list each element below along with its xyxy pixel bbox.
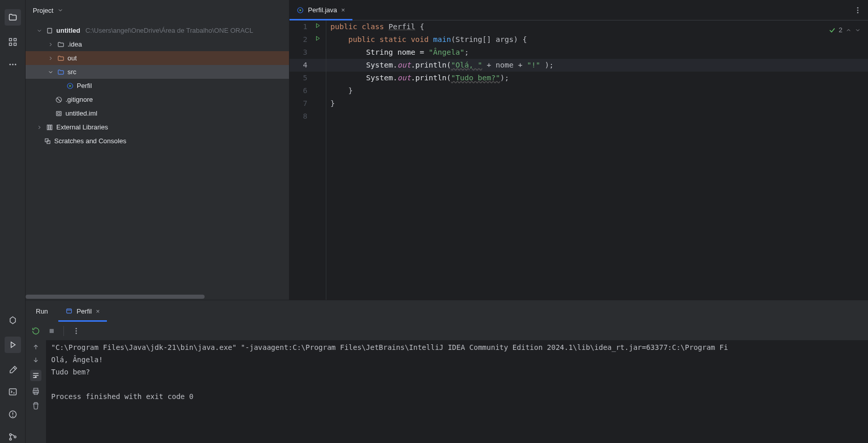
terminal-toolwindow-button[interactable] [7, 386, 19, 398]
code-area[interactable]: public class Perfil { public static void… [326, 20, 868, 300]
svg-rect-24 [51, 125, 52, 129]
clear-console-button[interactable] [32, 402, 40, 410]
tree-file-gitignore[interactable]: .gitignore [26, 93, 289, 106]
svg-marker-8 [11, 342, 15, 348]
tree-external-libraries[interactable]: External Libraries [26, 120, 289, 134]
tree-folder-out[interactable]: out [26, 51, 289, 65]
chevron-right-icon[interactable] [47, 55, 54, 61]
code-line-1[interactable]: public class Perfil { [326, 20, 868, 33]
console-line: Olá, Ângela! [51, 356, 103, 364]
tree-item-label: External Libraries [56, 123, 108, 131]
run-toolwindow-button[interactable] [5, 337, 21, 353]
gutter-line-6[interactable]: 6 [290, 84, 326, 97]
tree-folder-idea[interactable]: .idea [26, 37, 289, 51]
run-panel-title: Run [32, 300, 52, 322]
svg-marker-17 [70, 84, 72, 87]
chevron-down-icon[interactable] [855, 27, 861, 33]
module-icon [45, 27, 54, 34]
folder-excluded-icon [56, 55, 65, 62]
tree-folder-src[interactable]: src [26, 65, 289, 79]
svg-rect-36 [50, 329, 54, 333]
svg-rect-3 [14, 43, 16, 46]
more-vert-icon[interactable] [854, 6, 862, 14]
ignore-file-icon [54, 96, 63, 103]
chevron-right-icon[interactable] [36, 124, 43, 130]
chevron-down-icon[interactable] [47, 69, 54, 75]
project-panel-header[interactable]: Project [26, 0, 289, 20]
svg-marker-7 [10, 317, 15, 324]
folder-icon [56, 41, 65, 48]
gutter-line-2[interactable]: 2 [290, 33, 326, 46]
problems-toolwindow-button[interactable] [7, 408, 19, 420]
code-line-5[interactable]: System.out.println("Tudo bem?"); [326, 72, 868, 84]
svg-marker-33 [317, 36, 320, 40]
java-class-runnable-icon [297, 7, 304, 14]
project-tree[interactable]: untitled C:\Users\angel\OneDrive\Área de… [26, 20, 289, 294]
build-toolwindow-button[interactable] [7, 363, 19, 375]
scroll-down-button[interactable] [32, 357, 39, 364]
run-tab-perfil[interactable]: Perfil × [58, 300, 107, 322]
structure-toolwindow-button[interactable] [7, 36, 19, 48]
rerun-button[interactable] [32, 327, 40, 335]
scratches-icon [43, 138, 52, 145]
editor-gutter[interactable]: 1 2 3 4 5 6 7 8 [290, 20, 326, 300]
close-tab-icon[interactable]: × [96, 307, 100, 315]
editor-tab-label: Perfil.java [308, 6, 337, 14]
project-toolwindow-button[interactable] [5, 9, 21, 26]
run-body: "C:\Program Files\Java\jdk-21\bin\java.e… [26, 340, 868, 443]
svg-point-29 [857, 7, 859, 9]
svg-point-12 [9, 434, 11, 436]
run-panel: Run Perfil × "C:\Program Files\Java\jdk-… [26, 300, 868, 443]
gutter-line-7[interactable]: 7 [290, 97, 326, 110]
scroll-up-button[interactable] [32, 343, 39, 350]
gutter-line-4[interactable]: 4 [290, 59, 326, 72]
editor-body[interactable]: 1 2 3 4 5 6 7 8 public class Perfil { pu [290, 20, 868, 300]
svg-point-38 [76, 330, 77, 332]
code-line-6[interactable]: } [326, 84, 868, 97]
close-tab-icon[interactable]: × [341, 6, 345, 14]
svg-rect-15 [48, 28, 52, 33]
code-line-3[interactable]: String nome = "Ângela"; [326, 46, 868, 59]
console-line: Tudo bem? [51, 368, 90, 376]
chevron-right-icon[interactable] [47, 41, 54, 48]
tree-item-label: src [68, 68, 76, 76]
inspections-widget[interactable]: 2 [829, 24, 861, 36]
code-line-7[interactable]: } [326, 97, 868, 110]
tree-scratches[interactable]: Scratches and Consoles [26, 134, 289, 148]
svg-point-6 [14, 64, 16, 65]
project-panel-title: Project [33, 7, 53, 14]
gutter-line-5[interactable]: 5 [290, 72, 326, 84]
stop-button[interactable] [48, 327, 55, 335]
editor-tab-perfil[interactable]: Perfil.java × [290, 0, 352, 20]
print-button[interactable] [32, 387, 40, 395]
vcs-toolwindow-button[interactable] [7, 431, 19, 443]
tree-root[interactable]: untitled C:\Users\angel\OneDrive\Área de… [26, 24, 289, 37]
svg-marker-28 [300, 9, 302, 11]
scrollbar-thumb[interactable] [26, 295, 205, 299]
code-line-8[interactable] [326, 110, 868, 123]
svg-rect-34 [66, 309, 71, 313]
chevron-up-icon[interactable] [845, 27, 852, 33]
more-vert-icon[interactable] [72, 327, 80, 335]
chevron-down-icon[interactable] [36, 28, 43, 34]
gutter-line-3[interactable]: 3 [290, 46, 326, 59]
code-line-2[interactable]: public static void main(String[] args) { [326, 33, 868, 46]
project-tree-hscrollbar[interactable] [26, 294, 289, 300]
tree-file-perfil[interactable]: Perfil [26, 79, 289, 93]
svg-rect-22 [47, 125, 48, 129]
run-tab-label: Perfil [77, 307, 92, 315]
run-gutter-icon[interactable] [315, 35, 321, 41]
tree-file-iml[interactable]: untitled.iml [26, 106, 289, 120]
code-line-4[interactable]: System.out.println("Olá, " + nome + "!" … [326, 59, 868, 72]
gutter-line-1[interactable]: 1 [290, 20, 326, 33]
services-toolwindow-button[interactable] [7, 314, 19, 326]
run-gutter-icon[interactable] [315, 23, 321, 29]
module-file-icon [54, 110, 63, 117]
check-icon [829, 27, 836, 34]
more-toolwindows-button[interactable] [7, 58, 19, 71]
gutter-line-8[interactable]: 8 [290, 110, 326, 123]
console-output[interactable]: "C:\Program Files\Java\jdk-21\bin\java.e… [46, 340, 868, 443]
soft-wrap-button[interactable] [30, 370, 41, 381]
editor-tabs-actions[interactable] [854, 0, 868, 20]
console-line: "C:\Program Files\Java\jdk-21\bin\java.e… [51, 343, 728, 351]
